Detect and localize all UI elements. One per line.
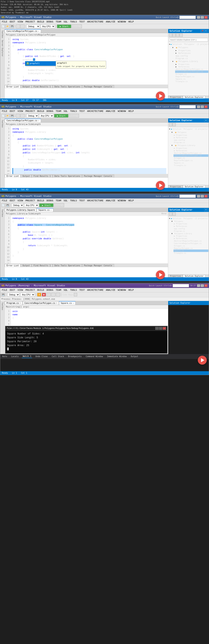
- tab-properties-panel[interactable]: Properties: [168, 96, 183, 98]
- code-editor-2[interactable]: 12345678910111213141516171819202122 usin…: [5, 126, 168, 174]
- sidebar-server-explorer[interactable]: Server Explorer: [1, 39, 4, 58]
- sol-refresh-btn-3[interactable]: ↺: [172, 212, 176, 216]
- sol-filter-btn[interactable]: ▾: [180, 34, 183, 37]
- tab-close-icon-3[interactable]: ×: [50, 209, 52, 211]
- menu3-tools[interactable]: TOOLS: [69, 199, 78, 202]
- tab-data-tools[interactable]: Data Tools Operations: [53, 85, 82, 88]
- tree-abstract-cs[interactable]: AbstractRegularPolygon.cs: [175, 68, 208, 70]
- tab-pkg-mgr-3[interactable]: Package Manager Console: [82, 264, 114, 267]
- menu-tools[interactable]: TOOLS: [69, 20, 78, 24]
- code-editor-4[interactable]: 12345 usin name {: [5, 309, 168, 326]
- menu4-project[interactable]: PROJECT: [24, 288, 36, 292]
- menu4-help[interactable]: HELP: [127, 288, 135, 292]
- tab-close-icon[interactable]: ×: [38, 30, 39, 32]
- minimize-button-1[interactable]: ─: [197, 16, 200, 19]
- maximize-button-3[interactable]: □: [201, 195, 204, 198]
- tree-references-2[interactable]: ▶ References: [174, 136, 208, 139]
- menu4-tools[interactable]: TOOLS: [69, 288, 78, 292]
- menu-test[interactable]: TEST: [78, 20, 86, 24]
- tab-data-tools-2[interactable]: Data Tools Operations: [53, 174, 82, 178]
- play-button-4[interactable]: [198, 356, 207, 365]
- tab-solution-explorer-panel-3[interactable]: Solution Explorer: [183, 275, 205, 277]
- sol-refresh-btn[interactable]: ↺: [176, 34, 179, 37]
- menu2-sql[interactable]: SQL: [62, 110, 69, 113]
- tree-appconfig-1[interactable]: app.config: [175, 54, 208, 57]
- menu-team[interactable]: TEAM: [54, 20, 62, 24]
- tree-appconfig-3[interactable]: app.config: [174, 228, 208, 230]
- tree-regular-cs-3[interactable]: RegularPolygon.cs: [174, 247, 208, 250]
- tree-regular-cs[interactable]: RegularPolygon.cs: [175, 75, 208, 78]
- tree-polygons-project-2[interactable]: ▼ ▣ Polygons: [171, 131, 208, 134]
- tree-properties-2[interactable]: ▶ Properties: [174, 134, 208, 136]
- tab-error-list[interactable]: Error List: [5, 85, 20, 88]
- menu2-view[interactable]: VIEW: [16, 110, 24, 113]
- tree-solution-node-2[interactable]: ▼ ◆ Solution 'Polygons' (2 projects): [168, 128, 208, 131]
- menu4-team[interactable]: TEAM: [54, 288, 62, 292]
- platform-dropdown-4[interactable]: Any CPU: [20, 293, 35, 296]
- quick-launch-input-2[interactable]: [180, 105, 196, 108]
- menu-analyze[interactable]: ANALYZE: [105, 20, 116, 24]
- tab-output[interactable]: Output: [20, 85, 32, 88]
- play-button-1[interactable]: [156, 92, 165, 100]
- platform-dropdown-2[interactable]: Any CPU: [39, 114, 54, 118]
- tree-square-cs[interactable]: Square.cs: [175, 78, 208, 80]
- tree-refs-lib-3[interactable]: ▶ References: [174, 237, 208, 240]
- start-btn[interactable]: ▶ Start: [57, 24, 71, 28]
- close-button-3[interactable]: ×: [204, 195, 208, 198]
- close-button-2[interactable]: ×: [204, 105, 208, 108]
- tree-library-project-2[interactable]: ▼ ▣ Polygons.Library: [171, 144, 208, 147]
- menu4-file[interactable]: FILE: [0, 288, 8, 292]
- menu4-build[interactable]: BUILD: [36, 288, 45, 292]
- tree-polygons-project-3[interactable]: ▼ Polygons: [171, 220, 208, 222]
- menu2-debug[interactable]: DEBUG: [45, 110, 54, 113]
- menu-sql[interactable]: SQL: [62, 20, 69, 24]
- menu3-team[interactable]: TEAM: [54, 199, 62, 202]
- menu3-build[interactable]: BUILD: [36, 199, 45, 202]
- tree-props-lib-2[interactable]: ▶ Properties: [174, 147, 208, 150]
- menu-view[interactable]: VIEW: [16, 20, 24, 24]
- undo-btn-2[interactable]: ↩: [16, 114, 20, 118]
- new-file-btn-3[interactable]: 📄: [1, 203, 5, 207]
- sidebar-toolbox[interactable]: Toolbox: [1, 30, 4, 39]
- menu4-view[interactable]: VIEW: [16, 288, 24, 292]
- play-button-3[interactable]: [156, 270, 165, 279]
- console-maximize-btn[interactable]: □: [159, 327, 162, 330]
- menu2-test[interactable]: TEST: [78, 110, 86, 113]
- quick-launch-input-4[interactable]: [173, 284, 189, 287]
- tab-close-concrete-4[interactable]: ×: [56, 302, 57, 304]
- maximize-button-2[interactable]: □: [201, 105, 204, 108]
- menu4-architecture[interactable]: ARCHITECTURE: [86, 288, 104, 292]
- tab-program-cs-4[interactable]: Program.cs ×: [5, 301, 23, 305]
- tab-find-results[interactable]: Find Results 1: [32, 85, 52, 88]
- menu2-file[interactable]: FILE: [0, 110, 8, 113]
- tree-concrete-cs[interactable]: ConcreteRegularPolygon.cs: [175, 70, 208, 73]
- tree-refs-lib-2[interactable]: ▶ References: [174, 150, 208, 152]
- tab-package-manager[interactable]: Package Manager Console: [82, 85, 114, 88]
- save-btn-4[interactable]: 💾: [1, 293, 5, 296]
- tree-square-cs-2[interactable]: Square.cs: [174, 162, 208, 164]
- maximize-button-1[interactable]: □: [201, 16, 204, 19]
- tab-immediate-window[interactable]: Immediate Window: [106, 355, 127, 358]
- sol-sync-btn-2[interactable]: ↔: [169, 123, 172, 126]
- step-over-btn[interactable]: ⤵: [46, 293, 50, 296]
- maximize-button-4[interactable]: □: [201, 284, 204, 287]
- menu4-window[interactable]: WINDOW: [116, 288, 127, 292]
- tab-find-results-3[interactable]: Find Results 1: [32, 264, 52, 267]
- sidebar-toolbox-4[interactable]: Toolbox: [1, 302, 4, 311]
- tree-program-3[interactable]: Program.cs: [174, 230, 208, 232]
- menu3-edit[interactable]: EDIT: [8, 199, 16, 202]
- tab-command-window[interactable]: Command Window: [85, 355, 104, 358]
- save-btn-2[interactable]: 💾: [10, 114, 14, 118]
- tab-breakpoints[interactable]: Breakpoints: [67, 355, 82, 358]
- tab-error-list-2[interactable]: Error List: [5, 174, 20, 178]
- tree-solution-node[interactable]: ▼ ◆ Solution 'Polygons' (2 projects): [168, 43, 208, 46]
- tab-watch-1[interactable]: Watch 1: [22, 355, 32, 358]
- undo-btn[interactable]: ↩: [16, 24, 20, 28]
- menu-architecture[interactable]: ARCHITECTURE: [86, 20, 104, 24]
- console-close-btn[interactable]: ×: [163, 327, 166, 330]
- menu3-architecture[interactable]: ARCHITECTURE: [86, 199, 104, 202]
- tree-program-2[interactable]: Program.cs: [174, 141, 208, 144]
- tree-program-cs-1[interactable]: Program.cs: [175, 57, 208, 60]
- code-content-1[interactable]: using System; namespace Polygons.Library…: [11, 37, 168, 84]
- tab-close-program[interactable]: ×: [20, 302, 20, 304]
